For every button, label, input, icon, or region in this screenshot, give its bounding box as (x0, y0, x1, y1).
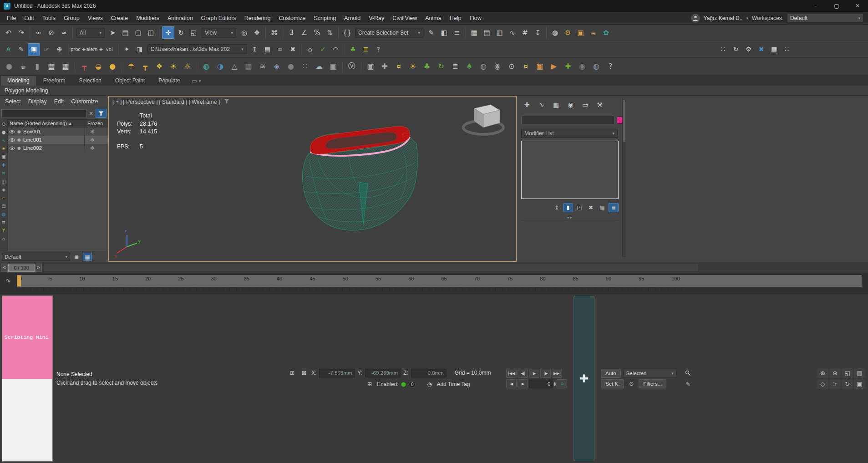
material-editor-icon[interactable]: ◍ (549, 26, 561, 39)
keyboard-override-icon[interactable]: ⌘ (268, 26, 280, 39)
funnel-icon[interactable] (224, 99, 229, 105)
tab-create[interactable]: ✚ (521, 99, 533, 110)
timeline-tick[interactable]: 35 (244, 275, 249, 287)
go-to-end-button[interactable]: ▶▶| (552, 369, 562, 378)
frozen-toggle-icon[interactable]: ✻ (84, 144, 108, 152)
view-cube[interactable] (461, 101, 506, 139)
select-place-icon[interactable]: A (2, 43, 15, 56)
folder-delete-icon[interactable]: ✖ (287, 43, 299, 56)
half-box-icon[interactable]: ◨ (133, 43, 146, 56)
maximize-button[interactable]: ▢ (826, 0, 847, 12)
edit-named-sets-icon[interactable]: ✎ (425, 26, 437, 39)
menu-item[interactable]: Modifiers (132, 12, 163, 25)
proxy-box-icon[interactable]: ▣ (326, 60, 340, 73)
vray-icon[interactable]: Ⓥ (345, 60, 359, 73)
set-keys-button[interactable]: ✚ (574, 296, 594, 461)
table-row[interactable]: ● Line002 ✻ (8, 144, 108, 152)
cloud-icon[interactable]: ☁ (312, 60, 326, 73)
select-by-name-icon[interactable]: ▤ (119, 26, 132, 39)
teapot-icon[interactable]: ☕ (16, 60, 30, 73)
grid-helper-icon[interactable]: ▦ (242, 60, 255, 73)
paint-selection-icon[interactable]: ▣ (28, 43, 40, 56)
dark-eye-icon[interactable]: ◉ (575, 60, 589, 73)
tab-modify[interactable]: ∿ (536, 99, 547, 110)
maxscript-icon[interactable]: {} (341, 26, 353, 39)
previous-frame-nub[interactable]: < (1, 264, 8, 272)
zoom-extents-all-icon[interactable]: ▦ (854, 368, 865, 378)
orbit-icon[interactable]: ↻ (842, 379, 853, 389)
enabled-indicator[interactable] (401, 382, 406, 387)
green-plus-icon[interactable]: ✚ (561, 60, 575, 73)
timeline-tick[interactable]: 70 (474, 275, 480, 287)
user-account-menu[interactable]: Yağız Kemal D.. (704, 15, 743, 21)
filter-groups-icon[interactable]: ◫ (0, 178, 7, 184)
frozen-toggle-icon[interactable]: ✻ (84, 136, 108, 144)
filter-spacewarps-icon[interactable]: ≋ (0, 170, 7, 176)
timeline-tick[interactable]: 45 (310, 275, 315, 287)
add-camera-icon[interactable]: ✚ (378, 60, 391, 73)
layer-manager-icon[interactable]: ▦ (468, 26, 480, 39)
filter-containers-icon[interactable]: ▤ (0, 203, 7, 209)
project-path-dropdown[interactable]: C:\Users\hakan...\s\3ds Max 202▾ (147, 44, 247, 54)
show-end-result-icon[interactable]: ▮ (563, 203, 573, 212)
z-coordinate-field[interactable]: 0,0mm (411, 369, 447, 377)
timeline-tick[interactable]: 90 (606, 275, 611, 287)
next-frame-button[interactable]: |▶ (540, 369, 551, 378)
pin-stack-icon[interactable]: ↨ (552, 203, 562, 212)
transform-typein-icon[interactable]: ⊞ (288, 368, 297, 377)
align-icon[interactable]: ≡ (451, 26, 463, 39)
previous-frame-button[interactable]: ◀| (518, 369, 528, 378)
search-icon[interactable] (683, 368, 693, 377)
menu-item[interactable]: Help (446, 12, 466, 25)
modifier-list-dropdown[interactable]: Modifier List ▾ (521, 129, 618, 138)
umbrella-light-icon[interactable]: ☂ (124, 60, 138, 73)
key-filters-icon[interactable]: ⊙ (626, 379, 636, 388)
yellow-list-icon[interactable]: ≣ (360, 43, 372, 56)
workspace-dropdown[interactable]: Default ▾ (787, 14, 863, 23)
timeline-tick[interactable]: 25 (178, 275, 183, 287)
select-rotate-icon[interactable]: ↻ (175, 26, 187, 39)
filter-funnel-icon[interactable]: Y (0, 227, 7, 234)
explorer-menu-item[interactable]: Display (25, 98, 50, 105)
box-icon[interactable]: ▮ (30, 60, 44, 73)
ribbon-config-dropdown[interactable]: ▭ ▾ (188, 76, 206, 86)
spinner-snap-icon[interactable]: ⇅ (324, 26, 336, 39)
select-link-icon[interactable]: ∞ (32, 26, 45, 39)
listener-row[interactable] (2, 379, 52, 462)
scene-list-icon[interactable]: ▤ (45, 60, 58, 73)
timeline-tick[interactable]: 80 (540, 275, 545, 287)
timeline-tick[interactable]: 20 (145, 275, 151, 287)
filters-button[interactable]: Filters... (639, 379, 666, 388)
help-circle-icon[interactable]: ? (604, 60, 617, 73)
menu-item[interactable]: File (3, 12, 20, 25)
explorer-preset-dropdown[interactable]: Default ▾ (2, 253, 70, 261)
zoom-icon[interactable]: ⊕ (817, 368, 828, 378)
next-frame-nub[interactable]: > (35, 264, 42, 272)
spray-icon[interactable]: ≋ (256, 60, 269, 73)
render-production-icon[interactable]: ☕ (587, 26, 599, 39)
frozen-toggle-icon[interactable]: ✻ (84, 127, 108, 136)
create-selection-set-dropdown[interactable]: Create Selection Set▾ (355, 28, 423, 38)
adaptive-degradation-icon[interactable]: ⊞ (365, 380, 374, 389)
add-time-tag[interactable]: Add Time Tag (437, 381, 470, 387)
folder-up-icon[interactable]: ↥ (249, 43, 261, 56)
menu-item[interactable]: Views (84, 12, 107, 25)
filter-helpers-icon[interactable]: ✚ (0, 162, 7, 168)
zoom-extents-icon[interactable]: ◱ (842, 368, 853, 378)
timeline-tick[interactable]: 95 (639, 275, 644, 287)
ribbon-panel-polygon-modeling[interactable]: Polygon Modeling (0, 86, 868, 96)
explorer-search-input[interactable] (1, 109, 86, 118)
explorer-filter-button[interactable] (96, 109, 107, 118)
minimize-button[interactable]: – (805, 0, 826, 12)
set-key-button[interactable]: Set K. (601, 379, 624, 388)
pot-icon[interactable]: ◍ (477, 60, 490, 73)
transform-toggle-icon[interactable]: ✖ (755, 43, 767, 56)
filter-materials-icon[interactable]: ◍ (0, 211, 7, 217)
tab-populate[interactable]: Populate (152, 76, 186, 86)
timeline-tick[interactable]: 5 (49, 275, 52, 287)
pan-view-icon[interactable]: ☞ (829, 379, 841, 389)
menu-item[interactable]: Customize (274, 12, 310, 25)
percent-snap-icon[interactable]: % (311, 26, 323, 39)
sun-icon[interactable]: ☀ (406, 60, 420, 73)
layer-list-icon[interactable]: ▤ (481, 26, 493, 39)
